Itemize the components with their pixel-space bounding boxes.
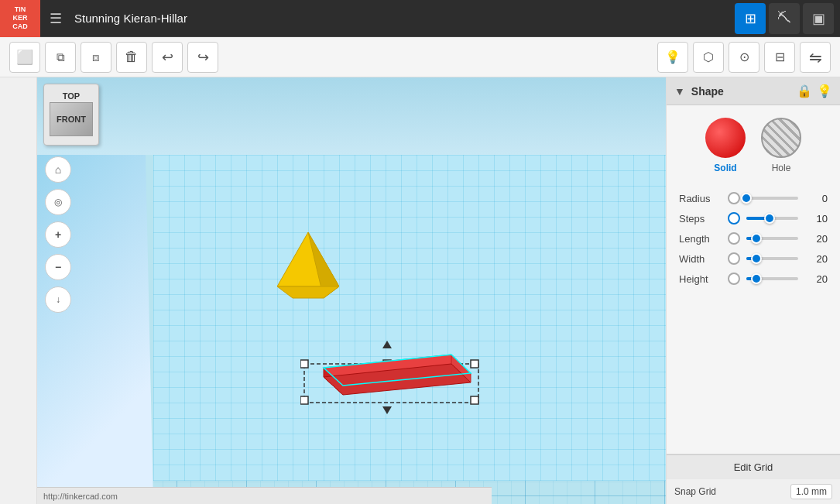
radius-label: Radius xyxy=(679,193,722,204)
panel-bottom: Edit Grid Snap Grid 1.0 mm xyxy=(667,454,840,504)
header-right: ⊞ ⛏ ▣ xyxy=(735,3,840,34)
snap-value[interactable]: 1.0 mm xyxy=(790,484,832,499)
width-knob[interactable] xyxy=(728,252,740,265)
height-value: 20 xyxy=(804,273,828,285)
pyramid-object xyxy=(277,232,339,305)
zoom-out-btn[interactable]: − xyxy=(45,254,71,280)
logo-text: TINKERCAD xyxy=(12,5,28,30)
left-panel xyxy=(0,77,37,504)
width-slider[interactable] xyxy=(746,257,798,260)
steps-row: Steps 10 xyxy=(679,212,828,225)
group-btn[interactable]: ⧈ xyxy=(81,42,111,73)
svg-rect-9 xyxy=(300,360,308,368)
flip-icon-btn[interactable]: ⇋ xyxy=(800,42,831,73)
svg-rect-10 xyxy=(471,360,478,368)
steps-thumb[interactable] xyxy=(764,213,775,224)
menu-icon[interactable]: ☰ xyxy=(40,0,71,37)
pyramid-svg xyxy=(277,232,339,302)
solid-label: Solid xyxy=(714,163,736,173)
shape-title: Shape xyxy=(691,85,792,98)
svg-rect-3 xyxy=(153,155,666,504)
new-shape-btn[interactable]: ⬜ xyxy=(9,42,40,73)
grid-svg xyxy=(37,77,666,504)
svg-marker-13 xyxy=(382,341,392,348)
extra-btn[interactable]: ▣ xyxy=(803,3,834,34)
view-cube-top: TOP xyxy=(63,91,80,101)
toolbar-right: 💡 ⬡ ⊙ ⊟ ⇋ xyxy=(657,42,831,73)
steps-label: Steps xyxy=(679,213,722,225)
length-row: Length 20 xyxy=(679,232,828,245)
shape-params: Radius 0 Steps 10 Length xyxy=(667,186,840,291)
width-label: Width xyxy=(679,253,722,265)
selection-svg xyxy=(300,341,486,418)
grid-view-btn[interactable]: ⊞ xyxy=(735,3,766,34)
delete-btn[interactable]: 🗑 xyxy=(116,42,147,73)
width-thumb[interactable] xyxy=(751,253,762,264)
redo-btn[interactable]: ↪ xyxy=(187,42,218,73)
nav-buttons: ⌂ ◎ + − ↓ xyxy=(45,155,71,313)
align-icon-btn[interactable]: ⊟ xyxy=(764,42,795,73)
shape-bulb-btn[interactable]: 💡 xyxy=(817,84,832,98)
view-cube-front: FRONT xyxy=(57,115,86,124)
length-slider[interactable] xyxy=(746,237,798,240)
toolbar: ⬜ ⧉ ⧈ 🗑 ↩ ↪ 💡 ⬡ ⊙ ⊟ ⇋ xyxy=(0,37,840,77)
steps-knob[interactable] xyxy=(728,212,740,225)
height-slider[interactable] xyxy=(746,277,798,280)
hole-label: Hole xyxy=(772,163,791,173)
snap-grid-row: Snap Grid 1.0 mm xyxy=(667,479,840,504)
width-value: 20 xyxy=(804,253,828,265)
svg-rect-12 xyxy=(471,396,478,404)
height-thumb[interactable] xyxy=(751,273,762,284)
red-box-selected[interactable] xyxy=(300,341,486,421)
pickaxe-btn[interactable]: ⛏ xyxy=(769,3,800,34)
status-bar: http://tinkercad.com xyxy=(37,487,492,504)
orient-btn[interactable]: ↓ xyxy=(45,286,71,313)
length-label: Length xyxy=(679,233,722,245)
right-panel: ▼ Shape 🔒 💡 Solid Hole Radius xyxy=(666,77,840,504)
view-cube[interactable]: TOP FRONT xyxy=(43,84,99,146)
steps-slider[interactable] xyxy=(746,217,798,220)
shape-icon-btn[interactable]: ⬡ xyxy=(693,42,724,73)
copy-btn[interactable]: ⧉ xyxy=(45,42,76,73)
length-knob[interactable] xyxy=(728,232,740,245)
header: TINKERCAD ☰ Stunning Kieran-Hillar ⊞ ⛏ ▣ xyxy=(0,0,840,37)
zoom-in-btn[interactable]: + xyxy=(45,221,71,248)
home-nav-btn[interactable]: ⌂ xyxy=(45,156,71,183)
steps-value: 10 xyxy=(804,213,828,225)
edit-workplane-btn[interactable]: Edit Grid xyxy=(667,454,840,479)
circle-icon-btn[interactable]: ⊙ xyxy=(729,42,759,73)
hole-type-btn[interactable]: Hole xyxy=(761,118,801,173)
main: TOP FRONT ⌂ ◎ + − ↓ xyxy=(0,77,840,504)
height-label: Height xyxy=(679,273,722,285)
snap-grid-label: Snap Grid xyxy=(674,486,716,497)
solid-circle xyxy=(705,118,746,158)
project-title: Stunning Kieran-Hillar xyxy=(71,12,735,25)
hole-circle xyxy=(761,118,801,158)
light-icon-btn[interactable]: 💡 xyxy=(657,42,688,73)
shape-header: ▼ Shape 🔒 💡 xyxy=(667,77,840,105)
status-url: http://tinkercad.com xyxy=(43,492,118,501)
height-knob[interactable] xyxy=(728,273,740,285)
logo[interactable]: TINKERCAD xyxy=(0,0,40,37)
width-row: Width 20 xyxy=(679,252,828,265)
undo-btn[interactable]: ↩ xyxy=(152,42,183,73)
canvas-area[interactable]: TOP FRONT ⌂ ◎ + − ↓ xyxy=(37,77,666,504)
shape-types: Solid Hole xyxy=(667,105,840,186)
focus-nav-btn[interactable]: ◎ xyxy=(45,189,71,215)
radius-row: Radius 0 xyxy=(679,192,828,204)
length-thumb[interactable] xyxy=(751,233,762,244)
shape-collapse-btn[interactable]: ▼ xyxy=(674,85,685,98)
svg-rect-11 xyxy=(300,396,308,404)
radius-thumb[interactable] xyxy=(741,193,752,204)
radius-knob[interactable] xyxy=(728,192,740,204)
radius-slider[interactable] xyxy=(746,197,798,200)
svg-marker-14 xyxy=(382,406,392,414)
height-row: Height 20 xyxy=(679,273,828,285)
radius-value: 0 xyxy=(804,193,828,204)
solid-type-btn[interactable]: Solid xyxy=(705,118,746,173)
length-value: 20 xyxy=(804,233,828,245)
shape-lock-btn[interactable]: 🔒 xyxy=(797,84,812,98)
svg-marker-7 xyxy=(277,286,339,298)
